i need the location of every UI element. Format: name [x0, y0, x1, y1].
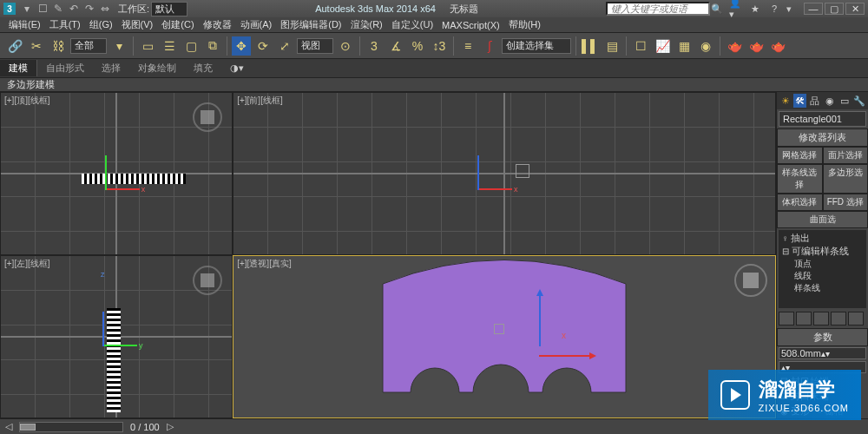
selection-scope-dropdown[interactable]: 全部	[70, 38, 107, 54]
angle-snap-icon[interactable]: ∡	[386, 36, 405, 56]
modbtn-patch-select[interactable]: 面片选择	[823, 147, 869, 164]
modbtn-vol-select[interactable]: 体积选择	[777, 194, 823, 211]
viewport-left[interactable]: [+][左][线框] y z	[0, 255, 233, 418]
favorite-icon[interactable]: ★	[748, 2, 762, 16]
timeline-next-icon[interactable]: ▷	[167, 421, 174, 432]
watermark-brand: 溜溜自学	[759, 377, 849, 403]
modbtn-ffd-select[interactable]: FFD 选择	[823, 194, 869, 211]
modifier-stack[interactable]: ♀ 抽出 ⊟ 可编辑样条线 顶点 线段 样条线	[779, 230, 866, 308]
mirror-icon[interactable]: ▌▌	[581, 36, 600, 56]
panel-tab-display-icon[interactable]: ▭	[838, 94, 852, 108]
new-icon[interactable]: ▾	[21, 3, 33, 15]
menu-help[interactable]: 帮助(H)	[505, 18, 544, 31]
rotate-tool-icon[interactable]: ⟳	[253, 36, 273, 56]
menu-view[interactable]: 视图(V)	[118, 18, 157, 31]
schematic-icon[interactable]: ▦	[674, 36, 694, 56]
menu-maxscript[interactable]: MAXScript(X)	[438, 20, 503, 30]
window-cross-icon[interactable]: ⧉	[203, 36, 222, 56]
menu-modifiers[interactable]: 修改器	[200, 18, 235, 31]
object-name-field[interactable]: Rectangle001	[779, 111, 866, 127]
percent-snap-icon[interactable]: %	[408, 36, 427, 56]
menu-create[interactable]: 创建(C)	[158, 18, 197, 31]
modbtn-poly-select[interactable]: 多边形选	[823, 164, 869, 194]
search-input[interactable]	[606, 2, 710, 16]
stack-unique-icon[interactable]	[813, 312, 829, 326]
modbtn-surface-select[interactable]: 曲面选	[777, 211, 868, 228]
tab-freeform[interactable]: 自由形式	[37, 60, 93, 76]
stack-remove-icon[interactable]	[831, 312, 846, 326]
modifier-list-dropdown[interactable]: 修改器列表	[777, 128, 868, 147]
menu-edit[interactable]: 编辑(E)	[5, 18, 44, 31]
help-dropdown-icon[interactable]: ▾	[786, 3, 792, 15]
select-name-icon[interactable]: ☰	[160, 36, 179, 56]
viewport-perspective[interactable]: [+][透视][真实] x z	[233, 255, 776, 418]
rect-select-icon[interactable]: ▢	[181, 36, 201, 56]
render-frame-window-icon[interactable]: 🫖	[746, 36, 766, 56]
move-tool-icon[interactable]: ✥	[232, 36, 251, 56]
menu-graph[interactable]: 图形编辑器(D)	[277, 18, 345, 31]
tab-modeling[interactable]: 建模	[0, 60, 37, 76]
menu-render[interactable]: 渲染(R)	[347, 18, 386, 31]
spinner-snap-icon[interactable]: ↕3	[430, 36, 449, 56]
scale-tool-icon[interactable]: ⤢	[275, 36, 294, 56]
search-icon[interactable]: 🔍	[710, 2, 724, 16]
help-icon[interactable]: ?	[767, 2, 781, 16]
panel-tab-create-icon[interactable]: ☀	[779, 94, 792, 108]
select-icon[interactable]: ▭	[138, 36, 157, 56]
panel-tab-modify-icon[interactable]: 🛠	[793, 94, 806, 108]
viewcube-icon[interactable]	[190, 263, 225, 298]
panel-tab-utilities-icon[interactable]: 🔧	[853, 94, 866, 108]
named-selset-dropdown[interactable]: 创建选择集	[502, 38, 571, 54]
snap-toggle-icon[interactable]: 3	[365, 36, 384, 56]
menu-tools[interactable]: 工具(T)	[46, 18, 84, 31]
filter-dropdown-icon[interactable]: ▾	[109, 36, 128, 56]
signin-icon[interactable]: 👤▾	[729, 2, 743, 16]
named-selset-curve-icon[interactable]: ʃ	[480, 36, 499, 56]
menu-group[interactable]: 组(G)	[86, 18, 116, 31]
link-icon[interactable]: ⇔	[99, 3, 111, 15]
material-editor-icon[interactable]: ◉	[696, 36, 715, 56]
unlink-tool-icon[interactable]: ✂	[27, 36, 46, 56]
viewport-top[interactable]: [+][顶][线框] x	[0, 92, 233, 255]
layer-manager-icon[interactable]: ☐	[631, 36, 650, 56]
workspace-dropdown[interactable]: 默认	[151, 2, 187, 16]
time-slider[interactable]	[19, 422, 123, 432]
named-selset-prev-icon[interactable]: ≡	[458, 36, 477, 56]
stack-pin-icon[interactable]	[779, 312, 794, 326]
params-rollout-header[interactable]: 参数	[777, 328, 868, 346]
open-icon[interactable]: ☐	[36, 3, 49, 15]
link-tool-icon[interactable]: 🔗	[5, 36, 24, 56]
maximize-button[interactable]: ▢	[825, 3, 844, 15]
pivot-icon[interactable]: ⊙	[336, 36, 355, 56]
modbtn-mesh-select[interactable]: 网格选择	[777, 147, 823, 164]
ribbon-collapse-icon[interactable]: ◑▾	[230, 62, 244, 74]
menu-anim[interactable]: 动画(A)	[237, 18, 276, 31]
align-icon[interactable]: ▤	[602, 36, 621, 56]
render-icon[interactable]: 🫖	[768, 36, 787, 56]
save-icon[interactable]: ✎	[52, 3, 64, 15]
viewcube-icon[interactable]	[190, 100, 225, 135]
close-button[interactable]: ✕	[845, 3, 865, 15]
undo-icon[interactable]: ↶	[68, 3, 80, 15]
modbtn-spline-select[interactable]: 样条线选择	[777, 164, 823, 194]
minimize-button[interactable]: —	[804, 3, 823, 15]
menu-custom[interactable]: 自定义(U)	[388, 18, 437, 31]
timeline-prev-icon[interactable]: ◁	[5, 421, 12, 432]
front-selection-box	[516, 164, 529, 178]
render-setup-icon[interactable]: 🫖	[725, 36, 744, 56]
tab-fill[interactable]: 填充	[185, 60, 221, 76]
bind-tool-icon[interactable]: ⛓	[49, 36, 68, 56]
stack-show-icon[interactable]	[796, 312, 812, 326]
coord-system-dropdown[interactable]: 视图	[297, 38, 333, 54]
panel-tab-motion-icon[interactable]: ◉	[824, 94, 837, 108]
redo-icon[interactable]: ↷	[83, 3, 95, 15]
ribbon-panel-label: 多边形建模	[0, 78, 868, 92]
tab-objpaint[interactable]: 对象绘制	[129, 60, 185, 76]
panel-tab-hierarchy-icon[interactable]: 品	[808, 94, 821, 108]
curve-editor-icon[interactable]: 📈	[653, 36, 672, 56]
amount-spinner[interactable]: 508.0mm ▴▾	[779, 347, 866, 359]
tab-select[interactable]: 选择	[93, 60, 129, 76]
stack-config-icon[interactable]	[848, 312, 864, 326]
viewport-front[interactable]: [+][前][线框] x	[233, 92, 776, 255]
viewcube-icon[interactable]	[733, 263, 768, 298]
